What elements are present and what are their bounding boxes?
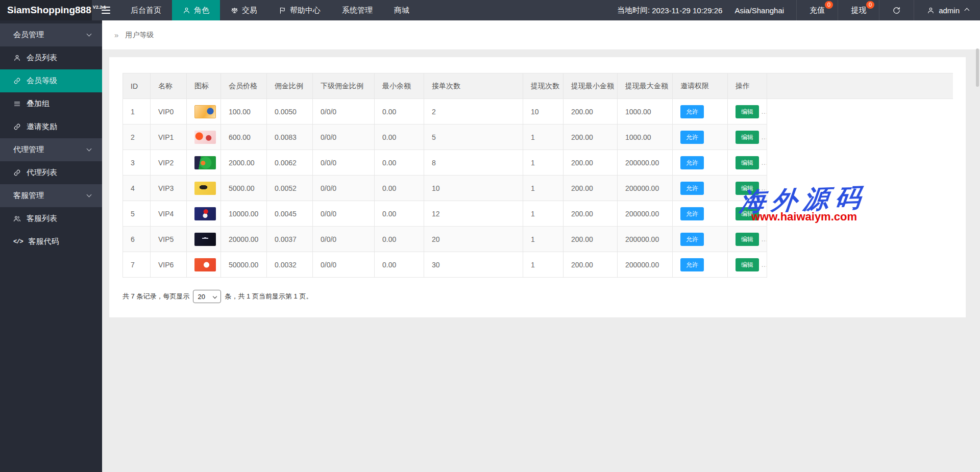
column-header-0: ID xyxy=(123,73,151,99)
column-header-4: 佣金比例 xyxy=(267,73,313,99)
edit-button[interactable]: 编辑 xyxy=(736,182,759,195)
column-header-9: 提现最小金额 xyxy=(564,73,618,99)
cell-invite: 允许 xyxy=(673,227,728,252)
cell-filler xyxy=(767,125,953,150)
cell-withdraw_times: 1 xyxy=(523,227,564,252)
cell-sub_commission: 0/0/0 xyxy=(313,150,375,176)
sidebar-item-member-list[interactable]: 会员列表 xyxy=(0,46,102,69)
cell-icon xyxy=(187,201,221,227)
nav-mall[interactable]: 商城 xyxy=(383,0,420,20)
allow-button[interactable]: 允许 xyxy=(680,156,704,169)
allow-button[interactable]: 允许 xyxy=(680,105,704,118)
sidebar-item-member-list-label: 会员列表 xyxy=(27,53,57,63)
column-header-8: 提现次数 xyxy=(523,73,564,99)
admin-user-menu[interactable]: admin xyxy=(914,0,980,20)
sidebar-item-agent-list[interactable]: 代理列表 xyxy=(0,161,102,184)
cell-withdraw_min: 200.00 xyxy=(564,176,618,201)
allow-button[interactable]: 允许 xyxy=(680,258,704,271)
nav-home-label: 后台首页 xyxy=(131,6,161,15)
cell-withdraw_min: 200.00 xyxy=(564,227,618,252)
allow-button[interactable]: 允许 xyxy=(680,131,704,144)
cell-withdraw_max: 200000.00 xyxy=(618,227,673,252)
flag-icon xyxy=(279,7,286,14)
allow-button[interactable]: 允许 xyxy=(680,207,704,220)
local-time-value: 2023-11-29 10:29:26 xyxy=(652,6,722,15)
sidebar-group-member[interactable]: 会员管理 xyxy=(0,23,102,46)
vip4-lazada-cart-icon xyxy=(194,207,216,220)
edit-button[interactable]: 编辑 xyxy=(736,258,759,271)
sidebar-group-service[interactable]: 客服管理 xyxy=(0,184,102,207)
cell-edit: 编辑… xyxy=(728,252,767,278)
more-actions-indicator: … xyxy=(761,107,767,115)
edit-button[interactable]: 编辑 xyxy=(736,131,759,144)
edit-button[interactable]: 编辑 xyxy=(736,207,759,220)
sidebar-item-service-code[interactable]: </>客服代码 xyxy=(0,230,102,253)
sidebar-toggle-button[interactable] xyxy=(92,0,120,20)
table-row: 5VIP410000.000.00450/0/00.00121200.00200… xyxy=(123,201,953,227)
column-header-5: 下级佣金比例 xyxy=(313,73,375,99)
user-icon xyxy=(13,54,21,62)
sidebar-item-stack-group-label: 叠加组 xyxy=(27,99,50,109)
vip0-storefront-icon xyxy=(194,105,216,118)
allow-button[interactable]: 允许 xyxy=(680,182,704,195)
nav-help[interactable]: 帮助中心 xyxy=(268,0,331,20)
cell-commission: 0.0052 xyxy=(267,176,313,201)
cell-price: 20000.00 xyxy=(221,227,267,252)
sidebar-item-invite-reward[interactable]: 邀请奖励 xyxy=(0,115,102,138)
chevron-down-icon xyxy=(87,146,92,152)
edit-button[interactable]: 编辑 xyxy=(736,233,759,246)
sidebar-item-service-list[interactable]: 客服列表 xyxy=(0,207,102,230)
nav-system[interactable]: 系统管理 xyxy=(331,0,383,20)
chevron-down-icon xyxy=(87,32,92,37)
refresh-button[interactable] xyxy=(879,0,914,20)
cell-invite: 允许 xyxy=(673,201,728,227)
cell-price: 2000.00 xyxy=(221,150,267,176)
breadcrumb: » 用户等级 xyxy=(102,20,980,50)
cell-price: 10000.00 xyxy=(221,201,267,227)
column-header-1: 名称 xyxy=(151,73,187,99)
cell-withdraw_max: 200000.00 xyxy=(618,252,673,278)
cell-min_balance: 0.00 xyxy=(375,201,424,227)
column-header-7: 接单次数 xyxy=(424,73,523,99)
sidebar-item-stack-group[interactable]: 叠加组 xyxy=(0,92,102,115)
vip5-kaidee-icon xyxy=(194,233,216,246)
top-navbar: SiamShopping888 V2.2.1 后台首页角色交易帮助中心系统管理商… xyxy=(0,0,980,20)
cell-sub_commission: 0/0/0 xyxy=(313,252,375,278)
cell-price: 100.00 xyxy=(221,99,267,125)
pagination-suffix: 条，共 1 页当前显示第 1 页。 xyxy=(225,292,312,301)
edit-button[interactable]: 编辑 xyxy=(736,156,759,169)
cell-invite: 允许 xyxy=(673,150,728,176)
cell-id: 2 xyxy=(123,125,151,150)
scrollbar-thumb[interactable] xyxy=(976,48,979,87)
sidebar-group-agent[interactable]: 代理管理 xyxy=(0,138,102,161)
nav-help-label: 帮助中心 xyxy=(290,6,321,15)
vip6-shopee-icon xyxy=(194,258,216,271)
more-actions-indicator: … xyxy=(761,209,767,217)
cell-withdraw_times: 1 xyxy=(523,125,564,150)
allow-button[interactable]: 允许 xyxy=(680,233,704,246)
withdraw-button[interactable]: 提现 0 xyxy=(838,0,879,20)
nav-trade[interactable]: 交易 xyxy=(220,0,268,20)
cell-edit: 编辑… xyxy=(728,99,767,125)
nav-system-label: 系统管理 xyxy=(342,6,373,15)
sidebar-item-service-code-label: 客服代码 xyxy=(29,237,59,246)
sidebar-group-member-label: 会员管理 xyxy=(13,30,44,40)
nav-roles[interactable]: 角色 xyxy=(172,0,220,20)
edit-button[interactable]: 编辑 xyxy=(736,105,759,118)
table-row: 6VIP520000.000.00370/0/00.00201200.00200… xyxy=(123,227,953,252)
more-actions-indicator: … xyxy=(761,235,767,243)
page-size-select[interactable]: 20 xyxy=(193,290,221,303)
user-levels-table: ID名称图标会员价格佣金比例下级佣金比例最小余额接单次数提现次数提现最小金额提现… xyxy=(122,73,953,278)
nav-home[interactable]: 后台首页 xyxy=(120,0,172,20)
cell-withdraw_max: 1000.00 xyxy=(618,125,673,150)
cell-name: VIP5 xyxy=(151,227,187,252)
table-row: 1VIP0100.000.00500/0/00.00210200.001000.… xyxy=(123,99,953,125)
sidebar-item-member-level[interactable]: 会员等级 xyxy=(0,69,102,92)
cell-orders: 2 xyxy=(424,99,523,125)
cell-name: VIP1 xyxy=(151,125,187,150)
scales-icon xyxy=(231,7,238,14)
recharge-button[interactable]: 充值 0 xyxy=(796,0,838,20)
vip2-green-shop-icon xyxy=(194,156,216,169)
brand-name: SiamShopping888 xyxy=(7,5,91,16)
cell-sub_commission: 0/0/0 xyxy=(313,201,375,227)
